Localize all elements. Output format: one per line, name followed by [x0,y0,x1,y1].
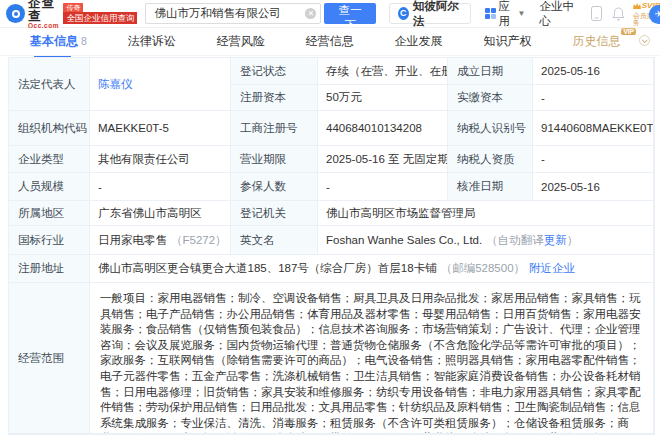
qcc-logo[interactable]: 企查查 Qcc.com [6,0,59,30]
field-label: 营业期限 [231,146,318,173]
field-label: 登记机关 [231,201,318,226]
reg-authority-value: 佛山市高明区市场监督管理局 [318,201,654,226]
field-label: 工商注册号 [231,111,318,146]
english-name-value: Foshan Wanhe Sales Co., Ltd. [326,234,482,246]
field-label: 组织机构代码 [9,111,90,146]
crown-icon [633,3,641,9]
field-label: 人员规模 [9,173,90,201]
field-label: 登记状态 [231,58,318,85]
business-term-value: 2025-05-16 至 无固定期限 [318,146,448,173]
tab-basic-count: 8 [81,35,87,47]
qcc-company-page: 企查查 Qcc.com 传奇 全国企业信用查询 ✕ 查一下 C 知彼阿尔法 应用… [0,0,660,442]
nearby-companies-link[interactable]: 附近企业 [529,261,575,276]
field-label: 经营范围 [9,283,90,434]
company-type-value: 其他有限责任公司 [90,146,231,173]
translate-update-link[interactable]: 更新 [544,233,567,248]
chevron-down-icon: ▼ [518,9,526,18]
nav-item-zhibi-alpha[interactable]: C 知彼阿尔法 [389,3,471,24]
reg-status-value: 存续（在营、开业、在册） [318,58,448,85]
field-label: 所属地区 [9,201,90,226]
field-label: 注册资本 [231,85,318,111]
org-code-value: MAEKKE0T-5 [90,111,231,146]
auto-translate-note: （自动翻译 [486,233,544,248]
english-name-cell: Foshan Wanhe Sales Co., Ltd. （自动翻译 更新 ） [318,226,654,255]
field-label: 实缴资本 [448,85,533,111]
apps-label: 应用 [499,0,515,29]
apps-grid-icon [485,8,496,19]
qcc-logo-icon [6,4,25,23]
enterprise-center-label: 企业中心 [539,0,578,29]
section-tabs: 基本信息8 法律诉讼 经营风险 经营信息 企业发展 知识产权 历史信息 VIP [0,28,660,56]
approval-date-value: 2025-05-16 [533,173,654,201]
search-input[interactable] [145,3,321,24]
brand-slogan-badge: 传奇 全国企业信用查询 [63,3,137,25]
tab-intellectual-property[interactable]: 知识产权 [484,33,532,50]
field-label: 纳税人资质 [448,146,533,173]
nav-item-apps[interactable]: 应用 ▼ [485,0,526,29]
field-label: 参保人数 [231,173,318,201]
field-label: 注册地址 [9,255,90,283]
staff-size-value: - [90,173,231,201]
field-label: 成立日期 [448,58,533,85]
search-box: ✕ [145,3,321,24]
top-navbar: 企查查 Qcc.com 传奇 全国企业信用查询 ✕ 查一下 C 知彼阿尔法 应用… [0,0,660,28]
legal-rep-cell: 陈嘉仪 [90,58,231,111]
industry-code: （F5272） [171,233,227,248]
tab-company-development[interactable]: 企业发展 [395,33,443,50]
field-label: 企业类型 [9,146,90,173]
paid-capital-value: - [533,85,654,111]
field-label: 核准日期 [448,173,533,201]
reg-capital-value: 50万元 [318,85,448,111]
field-label: 国标行业 [9,226,90,255]
mobile-app-icon[interactable] [591,6,602,21]
basic-info-table: 法定代表人 陈嘉仪 登记状态 存续（在营、开业、在册） 成立日期 2025-05… [8,57,655,435]
vip-badge: VIP [621,28,635,35]
notification-bell-icon[interactable] [612,7,625,21]
insured-count-value: - [318,173,448,201]
business-scope-value: 一般项目：家用电器销售；制冷、空调设备销售；厨具卫具及日用杂品批发；家居用品销售… [90,283,654,434]
tab-legal-proceedings[interactable]: 法律诉讼 [128,33,176,50]
industry-cell: 日用家电零售 （F5272） [90,226,231,255]
taxpayer-quality-value: - [533,146,654,173]
industry-value: 日用家电零售 [98,233,167,248]
establish-date-value: 2025-05-16 [533,58,654,85]
tab-basic-info[interactable]: 基本信息8 [30,33,87,50]
field-label: 法定代表人 [9,58,90,111]
field-label: 英文名 [231,226,318,255]
history-lock-icon [639,35,650,46]
taxpayer-id-value: 91440608MAEKKE0T5Y [533,111,654,146]
field-label: 纳税人识别号 [448,111,533,146]
search-button[interactable]: 查一下 [324,3,375,24]
reg-address-value: 佛山市高明区更合镇更合大道185、187号（综合厂房）首层18卡铺 [98,261,437,276]
badge-slogan: 全国企业信用查询 [63,12,137,25]
tab-operating-info[interactable]: 经营信息 [306,33,354,50]
tab-history-label: 历史信息 [572,33,620,50]
legal-rep-link[interactable]: 陈嘉仪 [98,77,133,92]
alpha-label: 知彼阿尔法 [413,0,462,29]
region-value: 广东省佛山市高明区 [90,201,231,226]
badge-tag: 传奇 [63,3,83,12]
postcode: （邮编528500） [441,261,525,276]
alpha-logo-icon: C [398,7,409,20]
tab-operating-risk[interactable]: 经营风险 [217,33,265,50]
tab-history-info[interactable]: 历史信息 VIP [572,33,649,50]
reg-number-value: 440684010134208 [318,111,448,146]
reg-address-cell: 佛山市高明区更合镇更合大道185、187号（综合厂房）首层18卡铺 （邮编528… [90,255,654,283]
nav-item-enterprise-center[interactable]: 企业中心 [539,0,578,29]
brand-name: 企查查 [28,0,59,22]
tab-basic-label: 基本信息 [30,34,78,48]
auto-translate-note-close: ） [567,233,579,248]
